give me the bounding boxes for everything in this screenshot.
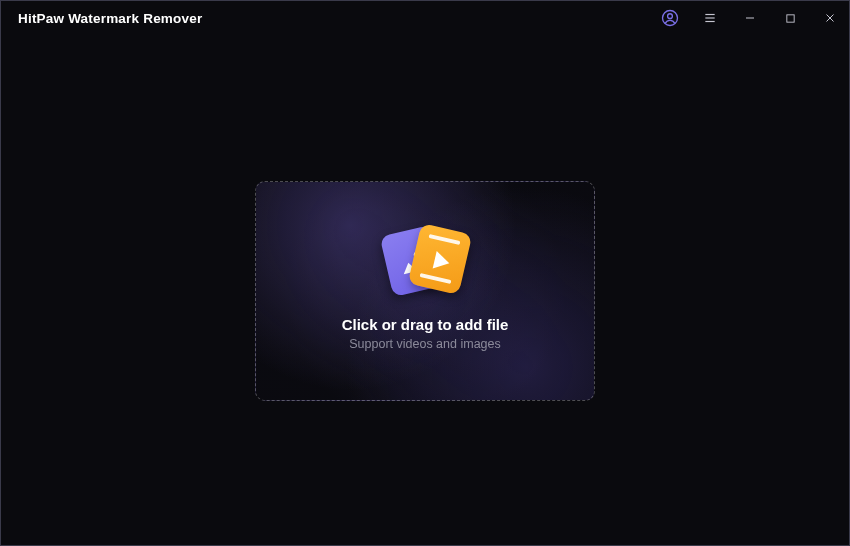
- minimize-button[interactable]: [730, 0, 770, 36]
- menu-button[interactable]: [690, 0, 730, 36]
- maximize-icon: [785, 13, 796, 24]
- file-type-illustration: [380, 228, 470, 298]
- svg-marker-12: [433, 251, 452, 272]
- app-title: HitPaw Watermark Remover: [18, 11, 202, 26]
- svg-rect-13: [419, 272, 451, 283]
- dropzone-subtitle: Support videos and images: [349, 337, 500, 351]
- svg-point-1: [668, 14, 673, 19]
- user-circle-icon: [661, 9, 679, 27]
- titlebar-controls: [650, 0, 850, 36]
- titlebar: HitPaw Watermark Remover: [0, 0, 850, 36]
- close-button[interactable]: [810, 0, 850, 36]
- menu-icon: [703, 11, 717, 25]
- minimize-icon: [744, 12, 756, 24]
- svg-rect-11: [428, 233, 460, 244]
- file-dropzone[interactable]: Click or drag to add file Support videos…: [255, 181, 595, 401]
- main-area: Click or drag to add file Support videos…: [0, 36, 850, 546]
- maximize-button[interactable]: [770, 0, 810, 36]
- dropzone-title: Click or drag to add file: [342, 316, 509, 333]
- close-icon: [824, 12, 836, 24]
- account-button[interactable]: [650, 0, 690, 36]
- svg-rect-6: [786, 14, 793, 21]
